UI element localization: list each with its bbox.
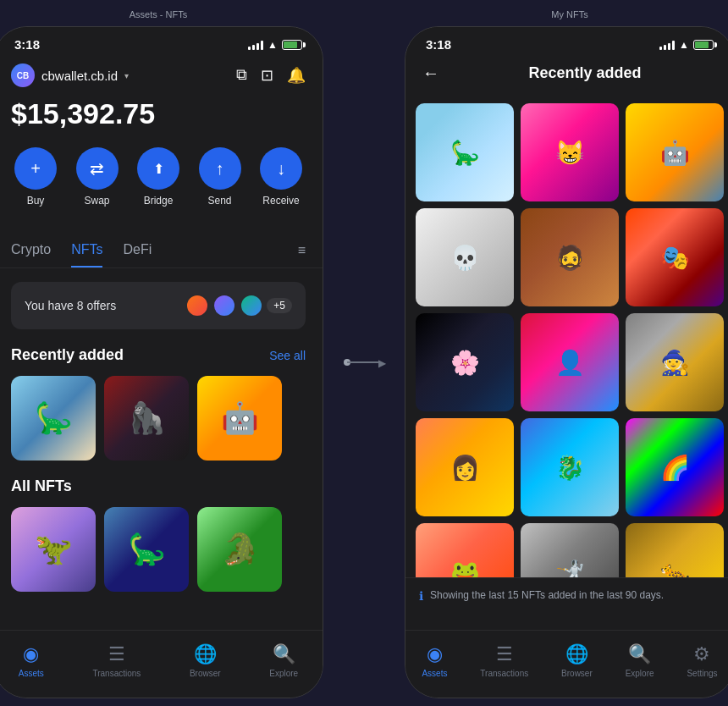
nft-content: You have 8 offers +5 Recently added See … [0,268,323,683]
recently-added-title: Recently added [11,346,124,364]
grid-nft-7[interactable]: 🌸 [416,313,514,411]
grid-nft-9[interactable]: 🧙 [626,313,724,411]
info-bar: ℹ Showing the last 15 NFTs added in the … [405,577,728,613]
explore-icon: 🔍 [273,643,295,665]
nav-assets-label-right: Assets [422,669,447,678]
nav-settings-right[interactable]: ⚙ Settings [687,643,717,678]
receive-button[interactable]: ↓ Receive [260,147,302,207]
arrow-right-icon: ▶ [378,357,386,369]
offers-count: +5 [267,298,292,313]
recently-added-header: Recently added See all [11,346,306,364]
offer-avatar-2 [212,294,236,317]
send-button[interactable]: ↑ Send [199,147,241,207]
browser-icon-right: 🌐 [565,643,588,665]
nav-transactions-label-right: Transactions [480,669,528,678]
see-all-button[interactable]: See all [269,349,306,362]
time-right: 3:18 [426,37,451,52]
action-buttons: + Buy ⇄ Swap ⬆ Bridge ↑ Send [11,147,306,207]
right-phone-title: My NFTs [551,9,587,19]
swap-icon: ⇄ [76,147,119,190]
chevron-down-icon[interactable]: ▾ [124,71,129,80]
grid-nft-5[interactable]: 🧔 [521,208,619,306]
grid-nft-11[interactable]: 🐉 [521,418,619,516]
all-nfts-title: All NFTs [11,477,306,495]
grid-nft-1[interactable]: 🦕 [416,103,514,201]
nav-transactions[interactable]: ☰ Transactions [92,643,141,678]
nft-grid-container: 🦕 😸 🤖 💀 🧔 🎭 🌸 👤 🧙 👩 🐉 🌈 🐸 🤺 🐆 [405,95,728,577]
tabs: Crypto NFTs DeFi ≡ [0,234,323,268]
grid-nft-10[interactable]: 👩 [416,418,514,516]
filter-icon[interactable]: ≡ [298,243,306,258]
buy-button[interactable]: + Buy [14,147,57,207]
grid-nft-4[interactable]: 💀 [416,208,514,306]
nav-browser-label-right: Browser [561,669,593,678]
grid-nft-6[interactable]: 🎭 [626,208,724,306]
bell-icon[interactable]: 🔔 [287,66,306,85]
all-nfts-row: 🦖 🦕 🐊 [11,507,306,592]
wifi-icon: ▲ [267,39,278,51]
assets-icon-right: ◉ [427,643,443,665]
signal-icon-right [659,40,675,50]
nav-assets-label: Assets [19,669,44,678]
browser-icon: 🌐 [194,643,217,665]
nav-explore-label-right: Explore [626,669,654,678]
all-nft-item-2[interactable]: 🦕 [104,507,189,592]
left-phone-title: Assets - NFTs [130,9,187,19]
nav-explore[interactable]: 🔍 Explore [269,643,298,678]
grid-nft-8[interactable]: 👤 [521,313,619,411]
offers-text: You have 8 offers [25,299,116,312]
nav-browser[interactable]: 🌐 Browser [190,643,221,678]
nav-assets-right[interactable]: ◉ Assets [422,643,447,678]
offers-banner[interactable]: You have 8 offers +5 [11,282,306,329]
tab-nfts[interactable]: NFTs [71,234,102,268]
nav-assets[interactable]: ◉ Assets [19,643,44,678]
grid-nft-12[interactable]: 🌈 [626,418,724,516]
transactions-icon-right: ☰ [496,643,513,665]
swap-label: Swap [84,195,109,207]
nav-transactions-right[interactable]: ☰ Transactions [480,643,528,678]
nft-item-3[interactable]: 🤖 [197,376,282,461]
offer-avatar-3 [240,294,263,317]
swap-button[interactable]: ⇄ Swap [76,147,119,207]
grid-nft-15[interactable]: 🐆 [626,523,724,577]
battery-icon [282,40,302,50]
signal-icon [248,40,263,50]
send-icon: ↑ [199,147,241,190]
buy-icon: + [14,147,57,190]
explore-icon-right: 🔍 [628,643,651,665]
all-nft-item-1[interactable]: 🦖 [11,507,96,592]
nav-settings-label-right: Settings [687,669,717,678]
buy-label: Buy [27,195,45,207]
nft-item-1[interactable]: 🦕 [11,376,96,461]
copy-icon[interactable]: ⧉ [236,66,247,85]
tab-defi[interactable]: DeFi [123,234,152,268]
status-icons-right: ▲ [659,39,714,51]
all-nft-item-3[interactable]: 🐊 [197,507,282,592]
settings-icon-right: ⚙ [693,643,710,665]
send-label: Send [207,195,231,207]
left-phone: 3:18 ▲ CB cb [0,26,323,698]
grid-nft-13[interactable]: 🐸 [416,523,514,577]
nft-item-2[interactable]: 🦍 [104,376,189,461]
grid-nft-3[interactable]: 🤖 [626,103,724,201]
balance-amount: $15,392.75 [11,97,306,130]
expand-icon[interactable]: ⊡ [261,66,273,85]
tab-crypto[interactable]: Crypto [11,234,51,268]
nav-explore-right[interactable]: 🔍 Explore [626,643,654,678]
grid-nft-14[interactable]: 🤺 [521,523,619,577]
back-button[interactable]: ← [422,63,439,83]
nav-browser-right[interactable]: 🌐 Browser [561,643,593,678]
grid-nft-2[interactable]: 😸 [521,103,619,201]
offer-avatar-1 [185,294,209,317]
receive-label: Receive [262,195,299,207]
assets-icon: ◉ [23,643,39,665]
bridge-icon: ⬆ [137,147,179,190]
my-nfts-header: ← Recently added [405,57,728,95]
account-name[interactable]: cbwallet.cb.id [41,69,118,83]
bottom-nav-right: ◉ Assets ☰ Transactions 🌐 Browser 🔍 Expl… [405,630,728,698]
bottom-nav-left: ◉ Assets ☰ Transactions 🌐 Browser 🔍 Expl… [0,630,323,698]
nav-browser-label: Browser [190,669,221,678]
wifi-icon-right: ▲ [679,39,689,51]
transition-arrow: ▶ [347,361,381,363]
bridge-button[interactable]: ⬆ Bridge [137,147,179,207]
